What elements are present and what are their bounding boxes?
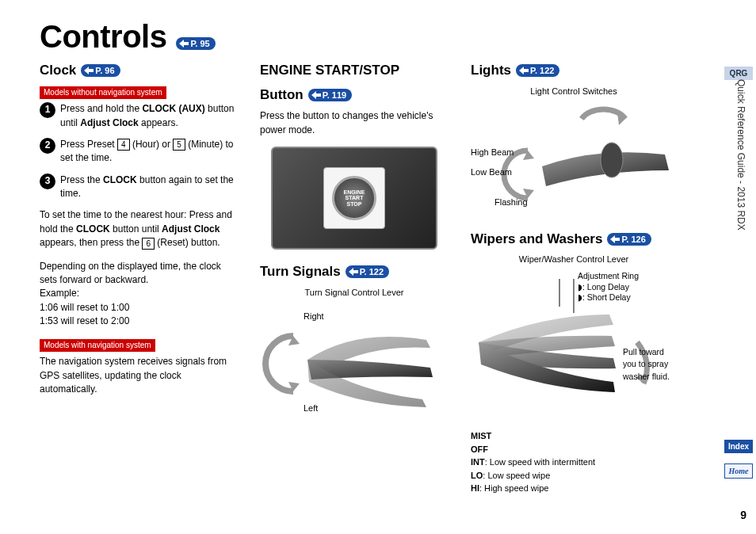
wipers-heading: Wipers and Washers P. 126: [471, 230, 677, 250]
heading-text: Lights: [471, 61, 511, 81]
no-nav-label: Models without navigation system: [40, 86, 166, 100]
arrow-icon: [610, 235, 620, 243]
arrow-icon: [179, 40, 189, 48]
engine-heading: ENGINE START/STOP Button P. 119: [260, 61, 449, 105]
pill-text: P. 96: [95, 65, 114, 76]
turn-right-label: Right: [304, 311, 324, 323]
key-6: 6: [142, 238, 155, 250]
lights-caption: Light Control Switches: [471, 86, 677, 98]
lights-diagram: High Beam Low Beam Flashing: [471, 103, 677, 230]
key-5: 5: [173, 139, 185, 151]
pull-label: Pull toward you to spray washer fluid.: [623, 346, 677, 383]
heading-text: Wipers and Washers: [471, 230, 602, 250]
arrow-icon: [84, 67, 94, 74]
heading-line1: ENGINE START/STOP: [260, 61, 449, 81]
turn-left-label: Left: [304, 402, 318, 415]
pill-text: P. 122: [530, 65, 554, 76]
clock-nav-text: The navigation system receives signals f…: [40, 355, 238, 396]
step-1-text: Press and hold the CLOCK (AUX) button un…: [60, 102, 238, 130]
arrow-icon: [519, 67, 529, 74]
pill-text: P. 122: [360, 266, 384, 277]
turn-pill[interactable]: P. 122: [346, 265, 389, 278]
step-1-icon: 1: [40, 102, 55, 118]
step-2-text: Press Preset 4 (Hour) or 5 (Minute) to s…: [60, 138, 238, 166]
heading-line2: Button: [260, 86, 304, 105]
pill-text: P. 119: [323, 90, 346, 101]
nav-label: Models with navigation system: [40, 339, 155, 353]
clock-heading: Clock P. 96: [40, 61, 238, 81]
engine-text: Press the button to changes the vehicle'…: [260, 109, 449, 137]
step-3-icon: 3: [40, 174, 55, 189]
page-ref-pill[interactable]: P. 95: [176, 37, 215, 50]
home-tab[interactable]: Home: [724, 463, 753, 479]
clock-example: Depending on the displayed time, the clo…: [40, 260, 238, 329]
wiper-mode-labels: MIST OFF INT: Low speed with intermitten…: [471, 429, 677, 495]
arrow-icon: [349, 268, 358, 276]
pill-text: P. 126: [621, 234, 645, 245]
turn-diagram: Right Left: [260, 304, 449, 415]
arrow-icon: [311, 91, 321, 99]
low-beam-label: Low Beam: [471, 166, 512, 179]
clock-nearest-hour: To set the time to the nearest hour: Pre…: [40, 208, 238, 250]
turn-heading: Turn Signals P. 122: [260, 262, 449, 282]
heading-text: Turn Signals: [260, 262, 341, 282]
engine-pill[interactable]: P. 119: [308, 89, 352, 101]
heading-text: Clock: [40, 61, 76, 81]
turn-caption: Turn Signal Control Lever: [260, 287, 449, 299]
page-number: 9: [740, 509, 746, 521]
lights-heading: Lights P. 122: [471, 61, 677, 81]
high-beam-label: High Beam: [471, 147, 514, 159]
adjustment-ring-label: Adjustment Ring ◗: Long Delay ◗: Short D…: [578, 271, 639, 303]
svg-point-2: [601, 143, 623, 177]
pill-text: P. 95: [190, 38, 209, 49]
page-title: Controls: [40, 19, 166, 55]
engine-image: ENGINE START STOP: [271, 147, 437, 250]
wipers-pill[interactable]: P. 126: [607, 233, 651, 246]
clock-pill[interactable]: P. 96: [81, 64, 120, 77]
sidebar-title: Quick Reference Guide - 2013 RDX: [735, 79, 746, 231]
wipers-caption: Wiper/Washer Control Lever: [471, 254, 677, 266]
lights-pill[interactable]: P. 122: [516, 64, 559, 77]
step-3-text: Press the CLOCK button again to set the …: [60, 174, 238, 201]
key-4: 4: [117, 139, 130, 151]
wipers-diagram: Adjustment Ring ◗: Long Delay ◗: Short D…: [471, 271, 677, 429]
turn-lever-icon: [260, 304, 449, 415]
index-tab[interactable]: Index: [724, 440, 753, 453]
step-2-icon: 2: [40, 138, 55, 154]
flashing-label: Flashing: [494, 196, 528, 209]
qrg-tab[interactable]: QRG: [724, 67, 753, 80]
engine-start-button-icon: ENGINE START STOP: [332, 176, 376, 220]
